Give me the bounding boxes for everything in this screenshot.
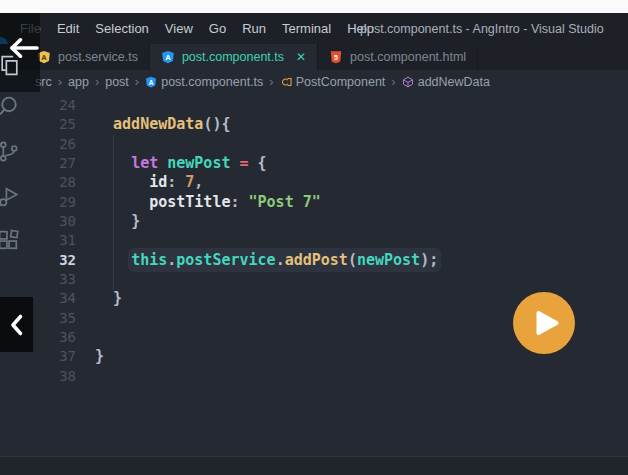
tab-label: post.service.ts	[58, 50, 138, 64]
html5-icon: 5	[329, 50, 343, 64]
code-line-29[interactable]: 29 postTitle: "Post 7"	[0, 193, 628, 212]
breadcrumb-item-postcomponent[interactable]: PostComponent	[280, 75, 386, 89]
breadcrumb-item-post-component-ts[interactable]: Apost.component.ts	[145, 75, 263, 89]
menu-terminal[interactable]: Terminal	[274, 21, 339, 36]
breadcrumb-label: PostComponent	[296, 75, 386, 89]
code-line-31[interactable]: 31	[0, 231, 628, 250]
extensions-icon[interactable]	[0, 228, 21, 253]
angular-component-icon: A	[145, 76, 157, 88]
svg-text:A: A	[149, 78, 154, 85]
symbol-class-icon	[280, 76, 292, 88]
code-line-30[interactable]: 30 }	[0, 212, 628, 231]
title-bar: FileEditSelectionViewGoRunTerminalHelp p…	[0, 13, 628, 44]
menu-go[interactable]: Go	[201, 21, 234, 36]
menu-run[interactable]: Run	[234, 21, 274, 36]
run-debug-icon[interactable]	[0, 184, 21, 209]
menu-selection[interactable]: Selection	[87, 21, 156, 36]
menu-bar: FileEditSelectionViewGoRunTerminalHelp	[12, 13, 382, 44]
prev-chevron-button[interactable]	[0, 297, 33, 352]
window-title: post.component.ts - AngIntro - Visual St…	[360, 22, 604, 36]
breadcrumb-label: app	[68, 75, 89, 89]
breadcrumb-label: post	[105, 75, 129, 89]
code-line-32[interactable]: 32 this.postService.addPost(newPost);	[0, 251, 628, 270]
tab-label: post.component.html	[350, 50, 466, 64]
code-text: id: 7,	[95, 173, 203, 192]
screenshot-frame: FileEditSelectionViewGoRunTerminalHelp p…	[0, 0, 628, 475]
source-control-icon[interactable]	[0, 139, 21, 164]
svg-text:A: A	[165, 53, 171, 62]
code-line-33[interactable]: 33	[0, 270, 628, 289]
angular-component-icon: A	[161, 50, 175, 64]
line-number[interactable]: 32	[0, 251, 76, 270]
code-text: postTitle: "Post 7"	[95, 193, 321, 212]
breadcrumb-item-addnewdata[interactable]: addNewData	[402, 75, 490, 89]
breadcrumb: src›app›post›Apost.component.ts›PostComp…	[0, 70, 628, 93]
chevron-right-icon: ›	[95, 74, 99, 89]
code-text: addNewData(){	[95, 115, 230, 134]
code-text: let newPost = {	[95, 154, 267, 173]
breadcrumb-label: addNewData	[418, 75, 490, 89]
chevron-right-icon: ›	[58, 74, 62, 89]
code-text: }	[95, 347, 104, 366]
tab-post-component-html[interactable]: 5post.component.html	[318, 44, 478, 70]
close-tab-icon[interactable]: ✕	[296, 50, 306, 64]
code-line-38[interactable]: 38	[0, 367, 628, 386]
chevron-right-icon: ›	[269, 74, 273, 89]
code-line-24[interactable]: 24	[0, 96, 628, 115]
code-text: this.postService.addPost(newPost);	[95, 251, 438, 270]
tab-label: post.component.ts	[182, 50, 284, 64]
tab-bar: Apost.service.tsApost.component.ts✕5post…	[0, 44, 628, 70]
breadcrumb-item-app[interactable]: app	[68, 75, 89, 89]
code-line-27[interactable]: 27 let newPost = {	[0, 154, 628, 173]
svg-text:A: A	[41, 53, 47, 62]
line-number[interactable]: 33	[0, 270, 76, 289]
svg-text:5: 5	[334, 54, 338, 61]
code-text: }	[95, 289, 122, 308]
code-line-28[interactable]: 28 id: 7,	[0, 173, 628, 192]
symbol-method-icon	[402, 76, 414, 88]
breadcrumb-item-post[interactable]: post	[105, 75, 129, 89]
chevron-right-icon: ›	[391, 74, 395, 89]
white-top-strip	[0, 0, 628, 13]
chevron-right-icon: ›	[135, 74, 139, 89]
code-text: }	[95, 212, 140, 231]
code-line-25[interactable]: 25 addNewData(){	[0, 115, 628, 134]
menu-edit[interactable]: Edit	[49, 21, 87, 36]
tab-post-service-ts[interactable]: Apost.service.ts	[26, 44, 150, 70]
tab-post-component-ts[interactable]: Apost.component.ts✕	[150, 44, 318, 70]
line-number[interactable]: 38	[0, 367, 76, 386]
code-editor[interactable]: 2425 addNewData(){2627 let newPost = {28…	[0, 93, 628, 456]
play-button[interactable]	[513, 292, 575, 354]
menu-view[interactable]: View	[157, 21, 201, 36]
code-line-26[interactable]: 26	[0, 135, 628, 154]
breadcrumb-label: post.component.ts	[161, 75, 263, 89]
back-arrow-button[interactable]	[6, 36, 42, 60]
panel-divider	[0, 456, 628, 475]
search-icon[interactable]	[0, 94, 22, 119]
